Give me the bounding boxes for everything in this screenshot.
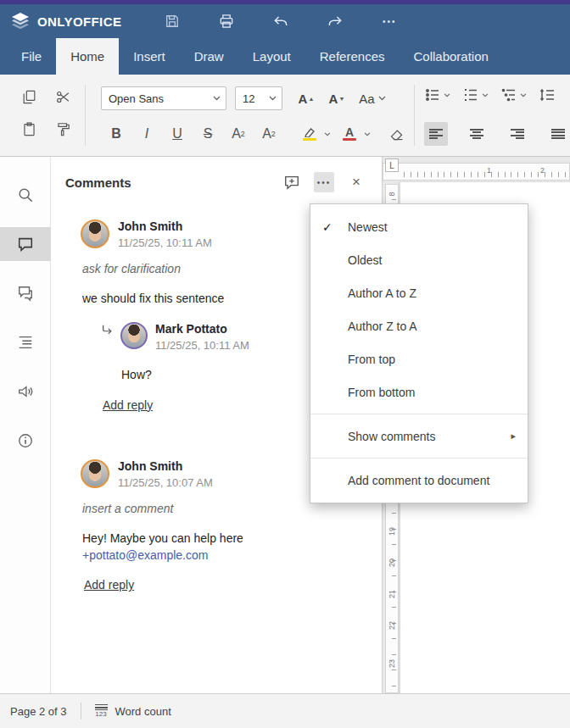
tab-home[interactable]: Home: [56, 38, 119, 75]
align-justify-button[interactable]: [546, 122, 570, 146]
increase-font-button[interactable]: A▲: [294, 86, 318, 110]
chevron-down-icon[interactable]: [213, 96, 221, 101]
comments-sort-button[interactable]: •••: [314, 172, 334, 192]
font-style-row: B I U S A2 A2 A: [104, 122, 408, 146]
clear-style-button[interactable]: [384, 122, 408, 146]
align-center-icon: [470, 129, 483, 140]
bullets-button[interactable]: [424, 86, 450, 103]
comment-author: John Smith: [118, 220, 212, 233]
numbered-list-icon: [462, 86, 479, 103]
align-left-button[interactable]: [424, 122, 448, 146]
up-arrow-icon: ▲: [308, 96, 314, 102]
close-panel-button[interactable]: ×: [346, 172, 366, 192]
font-name-input[interactable]: [109, 92, 210, 105]
paste-button[interactable]: [12, 117, 46, 141]
avatar: [81, 459, 109, 488]
about-panel-button[interactable]: [0, 424, 51, 458]
align-right-button[interactable]: [506, 122, 529, 146]
word-count-icon[interactable]: 123: [95, 704, 108, 718]
reply-timestamp: 11/25/25, 10:11 AM: [155, 339, 249, 352]
mention-link[interactable]: +pottato@example.com: [82, 548, 208, 562]
tab-insert[interactable]: Insert: [119, 38, 180, 75]
cut-button[interactable]: [46, 85, 80, 108]
page-indicator[interactable]: Page 2 of 3: [10, 705, 67, 718]
info-icon: [17, 432, 34, 449]
font-name-combo[interactable]: [101, 86, 226, 110]
print-button[interactable]: [216, 11, 237, 31]
change-case-button[interactable]: Aa: [354, 86, 391, 110]
ruler-number: 23: [388, 658, 396, 670]
tab-layout[interactable]: Layout: [238, 38, 305, 75]
avatar: [120, 322, 148, 349]
onlyoffice-logo-icon: [10, 11, 31, 31]
chevron-down-icon[interactable]: [364, 132, 371, 136]
clipboard-group: [12, 85, 80, 149]
chevron-down-icon: [378, 96, 386, 101]
menu-item-author-z-a[interactable]: Author Z to A: [310, 309, 528, 342]
paste-icon: [21, 121, 37, 137]
menu-item-newest[interactable]: ✓ Newest: [310, 210, 528, 243]
decrease-font-button[interactable]: A▼: [325, 86, 349, 110]
bold-button[interactable]: B: [104, 122, 128, 146]
strikethrough-button[interactable]: S: [196, 122, 220, 146]
tab-references[interactable]: References: [305, 38, 400, 75]
more-dots-icon: •••: [317, 178, 332, 187]
redo-button[interactable]: [325, 11, 345, 31]
font-color-button[interactable]: A: [338, 122, 371, 146]
multilevel-list-button[interactable]: [500, 86, 527, 103]
titlebar-more-button[interactable]: •••: [379, 11, 400, 31]
navigation-panel-button[interactable]: [0, 325, 51, 359]
subscript-button[interactable]: A2: [257, 122, 281, 146]
avatar: [81, 220, 109, 248]
copy-icon: [21, 89, 37, 105]
font-size-input[interactable]: [243, 92, 265, 105]
add-reply-link[interactable]: Add reply: [103, 398, 153, 412]
statusbar: Page 2 of 3 123 Word count: [0, 693, 570, 728]
menu-item-from-top[interactable]: From top: [310, 342, 528, 375]
chevron-down-icon[interactable]: [324, 132, 331, 136]
save-icon: [164, 13, 181, 30]
titlebar: ONLYOFFICE: [0, 4, 570, 38]
feedback-panel-button[interactable]: [0, 375, 51, 408]
alignment-group: [424, 122, 570, 146]
font-size-combo[interactable]: [235, 86, 282, 110]
menu-item-oldest[interactable]: Oldest: [310, 243, 528, 276]
horizontal-ruler[interactable]: 1 2: [383, 163, 570, 181]
down-arrow-icon: ▼: [338, 96, 344, 102]
menu-item-from-bottom[interactable]: From bottom: [310, 375, 528, 408]
ruler-number: 1: [487, 166, 491, 175]
highlight-color-swatch: [303, 138, 316, 141]
app-window: ONLYOFFICE: [0, 0, 570, 728]
menu-item-add-comment-to-document[interactable]: Add comment to document: [310, 464, 528, 497]
copy-style-button[interactable]: [46, 117, 80, 141]
tab-stop-selector[interactable]: L: [385, 158, 399, 172]
numbering-button[interactable]: [462, 86, 489, 103]
add-reply-link[interactable]: Add reply: [84, 578, 134, 592]
chevron-down-icon: [520, 93, 527, 97]
add-comment-button[interactable]: [282, 172, 302, 192]
line-spacing-button[interactable]: [539, 86, 556, 103]
save-button[interactable]: [162, 11, 182, 31]
comments-panel-button[interactable]: [0, 227, 51, 261]
chat-panel-button[interactable]: [0, 276, 51, 310]
tab-file[interactable]: File: [7, 38, 56, 75]
undo-button[interactable]: [271, 11, 291, 31]
italic-button[interactable]: I: [135, 122, 159, 146]
toolbar-divider: [85, 85, 86, 146]
ruler-number: 2: [540, 166, 545, 175]
menu-item-show-comments[interactable]: Show comments ▸: [310, 420, 528, 453]
tab-collaboration[interactable]: Collaboration: [399, 38, 502, 75]
copy-button[interactable]: [12, 85, 46, 108]
chevron-down-icon[interactable]: [269, 96, 277, 101]
highlight-color-button[interactable]: [298, 122, 331, 146]
search-panel-button[interactable]: [0, 178, 51, 212]
bullet-list-icon: [424, 86, 441, 103]
comments-panel-title: Comments: [65, 175, 282, 190]
align-center-button[interactable]: [465, 122, 489, 146]
menu-item-author-a-z[interactable]: Author A to Z: [310, 276, 528, 309]
word-count-label[interactable]: Word count: [115, 705, 171, 718]
superscript-button[interactable]: A2: [226, 122, 250, 146]
chevron-down-icon: [444, 93, 450, 97]
tab-draw[interactable]: Draw: [180, 38, 238, 75]
underline-button[interactable]: U: [165, 122, 189, 146]
